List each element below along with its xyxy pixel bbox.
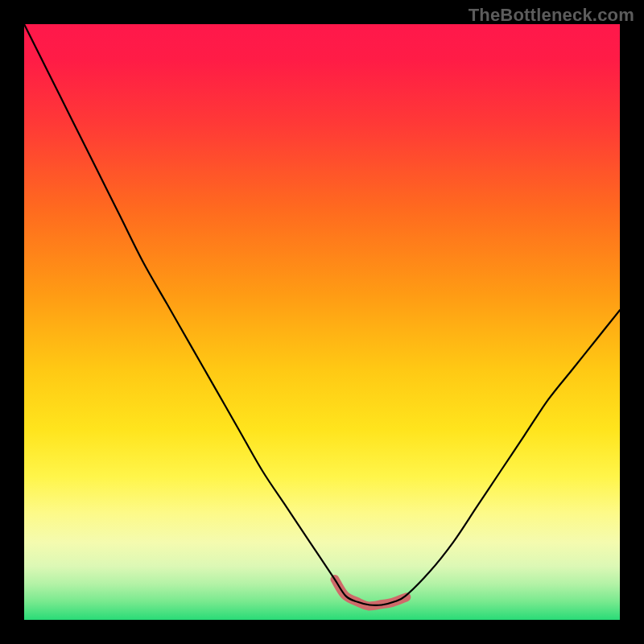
watermark-text: TheBottleneck.com — [469, 5, 634, 26]
chart-frame: TheBottleneck.com — [0, 0, 644, 644]
curve-main — [24, 24, 620, 605]
chart-svg — [24, 24, 620, 620]
plot-area — [24, 24, 620, 620]
